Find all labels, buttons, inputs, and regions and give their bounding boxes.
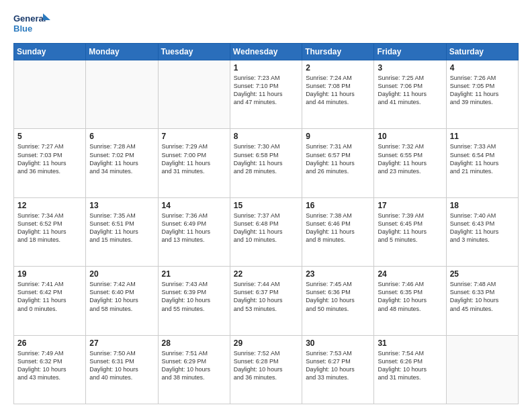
day-info: Sunrise: 7:44 AM Sunset: 6:37 PM Dayligh…	[234, 280, 298, 313]
calendar-cell: 27Sunrise: 7:50 AM Sunset: 6:31 PM Dayli…	[86, 335, 158, 404]
day-info: Sunrise: 7:29 AM Sunset: 7:00 PM Dayligh…	[162, 142, 226, 175]
day-number: 21	[162, 269, 226, 279]
day-number: 16	[306, 201, 370, 210]
calendar-cell: 9Sunrise: 7:31 AM Sunset: 6:57 PM Daylig…	[302, 129, 374, 197]
day-info: Sunrise: 7:32 AM Sunset: 6:55 PM Dayligh…	[378, 142, 442, 175]
svg-text:Blue: Blue	[13, 24, 32, 34]
day-number: 8	[234, 132, 298, 141]
calendar-cell: 19Sunrise: 7:41 AM Sunset: 6:42 PM Dayli…	[14, 267, 86, 335]
day-number: 12	[17, 201, 82, 210]
calendar-cell	[446, 335, 518, 404]
day-info: Sunrise: 7:41 AM Sunset: 6:42 PM Dayligh…	[17, 280, 82, 313]
day-number: 4	[450, 63, 515, 73]
day-number: 26	[17, 338, 82, 348]
weekday-header: Sunday	[14, 44, 86, 60]
calendar-cell: 22Sunrise: 7:44 AM Sunset: 6:37 PM Dayli…	[230, 267, 302, 335]
logo-svg: GeneralBlue	[13, 12, 50, 36]
day-number: 28	[162, 338, 226, 348]
day-info: Sunrise: 7:30 AM Sunset: 6:58 PM Dayligh…	[234, 142, 298, 175]
calendar-cell: 26Sunrise: 7:49 AM Sunset: 6:32 PM Dayli…	[14, 335, 86, 404]
day-info: Sunrise: 7:37 AM Sunset: 6:48 PM Dayligh…	[234, 212, 298, 244]
day-info: Sunrise: 7:24 AM Sunset: 7:08 PM Dayligh…	[306, 74, 370, 107]
calendar-cell: 14Sunrise: 7:36 AM Sunset: 6:49 PM Dayli…	[158, 197, 230, 266]
day-number: 17	[378, 201, 442, 210]
weekday-header: Saturday	[446, 44, 518, 60]
day-info: Sunrise: 7:48 AM Sunset: 6:33 PM Dayligh…	[450, 280, 515, 313]
calendar-cell: 18Sunrise: 7:40 AM Sunset: 6:43 PM Dayli…	[446, 197, 518, 266]
calendar-cell: 2Sunrise: 7:24 AM Sunset: 7:08 PM Daylig…	[302, 60, 374, 129]
calendar-cell: 7Sunrise: 7:29 AM Sunset: 7:00 PM Daylig…	[158, 129, 230, 197]
day-info: Sunrise: 7:25 AM Sunset: 7:06 PM Dayligh…	[378, 74, 442, 107]
calendar-cell: 3Sunrise: 7:25 AM Sunset: 7:06 PM Daylig…	[374, 60, 446, 129]
day-info: Sunrise: 7:38 AM Sunset: 6:46 PM Dayligh…	[306, 212, 370, 244]
day-info: Sunrise: 7:50 AM Sunset: 6:31 PM Dayligh…	[89, 349, 154, 382]
calendar-cell: 25Sunrise: 7:48 AM Sunset: 6:33 PM Dayli…	[446, 267, 518, 335]
day-number: 25	[450, 269, 515, 279]
calendar-cell	[14, 60, 86, 129]
day-number: 14	[162, 201, 226, 210]
day-number: 22	[234, 269, 298, 279]
day-info: Sunrise: 7:28 AM Sunset: 7:02 PM Dayligh…	[89, 142, 154, 175]
day-info: Sunrise: 7:49 AM Sunset: 6:32 PM Dayligh…	[17, 349, 82, 382]
weekday-header: Tuesday	[158, 44, 230, 60]
calendar-cell	[158, 60, 230, 129]
weekday-header: Friday	[374, 44, 446, 60]
day-number: 31	[378, 338, 442, 348]
day-number: 19	[17, 269, 82, 279]
day-info: Sunrise: 7:26 AM Sunset: 7:05 PM Dayligh…	[450, 74, 515, 107]
calendar-cell: 5Sunrise: 7:27 AM Sunset: 7:03 PM Daylig…	[14, 129, 86, 197]
day-info: Sunrise: 7:36 AM Sunset: 6:49 PM Dayligh…	[162, 212, 226, 244]
day-info: Sunrise: 7:39 AM Sunset: 6:45 PM Dayligh…	[378, 212, 442, 244]
day-info: Sunrise: 7:31 AM Sunset: 6:57 PM Dayligh…	[306, 142, 370, 175]
calendar-cell: 13Sunrise: 7:35 AM Sunset: 6:51 PM Dayli…	[86, 197, 158, 266]
calendar-cell: 28Sunrise: 7:51 AM Sunset: 6:29 PM Dayli…	[158, 335, 230, 404]
day-info: Sunrise: 7:45 AM Sunset: 6:36 PM Dayligh…	[306, 280, 370, 313]
day-info: Sunrise: 7:53 AM Sunset: 6:27 PM Dayligh…	[306, 349, 370, 382]
day-number: 24	[378, 269, 442, 279]
day-info: Sunrise: 7:23 AM Sunset: 7:10 PM Dayligh…	[234, 74, 298, 107]
weekday-header: Thursday	[302, 44, 374, 60]
calendar-cell: 4Sunrise: 7:26 AM Sunset: 7:05 PM Daylig…	[446, 60, 518, 129]
calendar-cell: 17Sunrise: 7:39 AM Sunset: 6:45 PM Dayli…	[374, 197, 446, 266]
calendar-cell	[86, 60, 158, 129]
day-number: 6	[89, 132, 154, 141]
day-number: 27	[89, 338, 154, 348]
day-number: 10	[378, 132, 442, 141]
svg-text:General: General	[13, 13, 46, 24]
calendar-cell: 23Sunrise: 7:45 AM Sunset: 6:36 PM Dayli…	[302, 267, 374, 335]
day-number: 11	[450, 132, 515, 141]
day-info: Sunrise: 7:42 AM Sunset: 6:40 PM Dayligh…	[89, 280, 154, 313]
day-info: Sunrise: 7:46 AM Sunset: 6:35 PM Dayligh…	[378, 280, 442, 313]
calendar-cell: 11Sunrise: 7:33 AM Sunset: 6:54 PM Dayli…	[446, 129, 518, 197]
day-info: Sunrise: 7:52 AM Sunset: 6:28 PM Dayligh…	[234, 349, 298, 382]
day-number: 5	[17, 132, 82, 141]
calendar-cell: 16Sunrise: 7:38 AM Sunset: 6:46 PM Dayli…	[302, 197, 374, 266]
calendar-cell: 6Sunrise: 7:28 AM Sunset: 7:02 PM Daylig…	[86, 129, 158, 197]
calendar-cell: 12Sunrise: 7:34 AM Sunset: 6:52 PM Dayli…	[14, 197, 86, 266]
calendar-cell: 8Sunrise: 7:30 AM Sunset: 6:58 PM Daylig…	[230, 129, 302, 197]
day-number: 7	[162, 132, 226, 141]
calendar-cell: 20Sunrise: 7:42 AM Sunset: 6:40 PM Dayli…	[86, 267, 158, 335]
day-info: Sunrise: 7:27 AM Sunset: 7:03 PM Dayligh…	[17, 142, 82, 175]
day-number: 18	[450, 201, 515, 210]
weekday-header: Monday	[86, 44, 158, 60]
day-number: 1	[234, 63, 298, 73]
logo: GeneralBlue	[13, 12, 50, 36]
day-number: 3	[378, 63, 442, 73]
calendar-cell: 30Sunrise: 7:53 AM Sunset: 6:27 PM Dayli…	[302, 335, 374, 404]
day-info: Sunrise: 7:34 AM Sunset: 6:52 PM Dayligh…	[17, 212, 82, 244]
day-info: Sunrise: 7:51 AM Sunset: 6:29 PM Dayligh…	[162, 349, 226, 382]
day-number: 23	[306, 269, 370, 279]
day-info: Sunrise: 7:43 AM Sunset: 6:39 PM Dayligh…	[162, 280, 226, 313]
day-info: Sunrise: 7:33 AM Sunset: 6:54 PM Dayligh…	[450, 142, 515, 175]
weekday-header: Wednesday	[230, 44, 302, 60]
day-info: Sunrise: 7:54 AM Sunset: 6:26 PM Dayligh…	[378, 349, 442, 382]
calendar-cell: 15Sunrise: 7:37 AM Sunset: 6:48 PM Dayli…	[230, 197, 302, 266]
day-number: 20	[89, 269, 154, 279]
calendar-cell: 21Sunrise: 7:43 AM Sunset: 6:39 PM Dayli…	[158, 267, 230, 335]
day-info: Sunrise: 7:40 AM Sunset: 6:43 PM Dayligh…	[450, 212, 515, 244]
day-number: 29	[234, 338, 298, 348]
day-info: Sunrise: 7:35 AM Sunset: 6:51 PM Dayligh…	[89, 212, 154, 244]
day-number: 13	[89, 201, 154, 210]
header: GeneralBlue	[13, 12, 519, 36]
